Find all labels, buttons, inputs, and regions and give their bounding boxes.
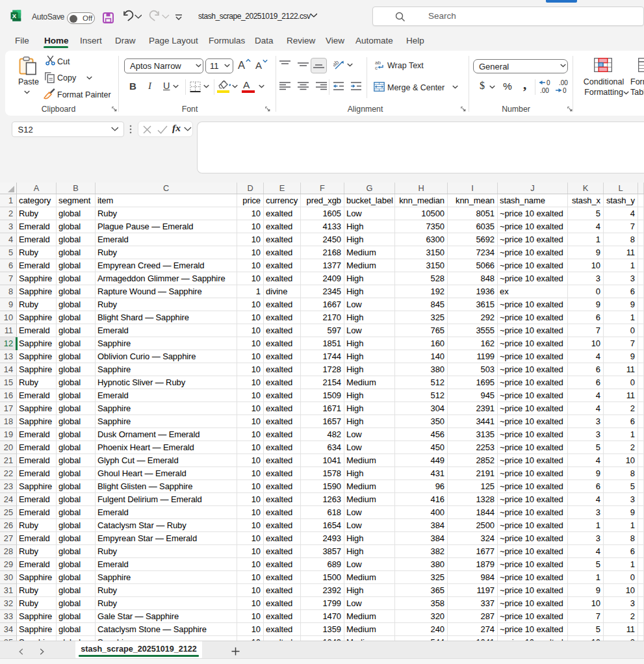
svg-text:0: 0 (547, 79, 550, 86)
svg-text:ab: ab (333, 59, 340, 68)
svg-text:c: c (375, 65, 378, 71)
svg-text:0: 0 (563, 87, 567, 94)
svg-text:.00: .00 (559, 79, 568, 86)
svg-text:.00: .00 (540, 87, 549, 94)
svg-text:X: X (12, 12, 16, 19)
